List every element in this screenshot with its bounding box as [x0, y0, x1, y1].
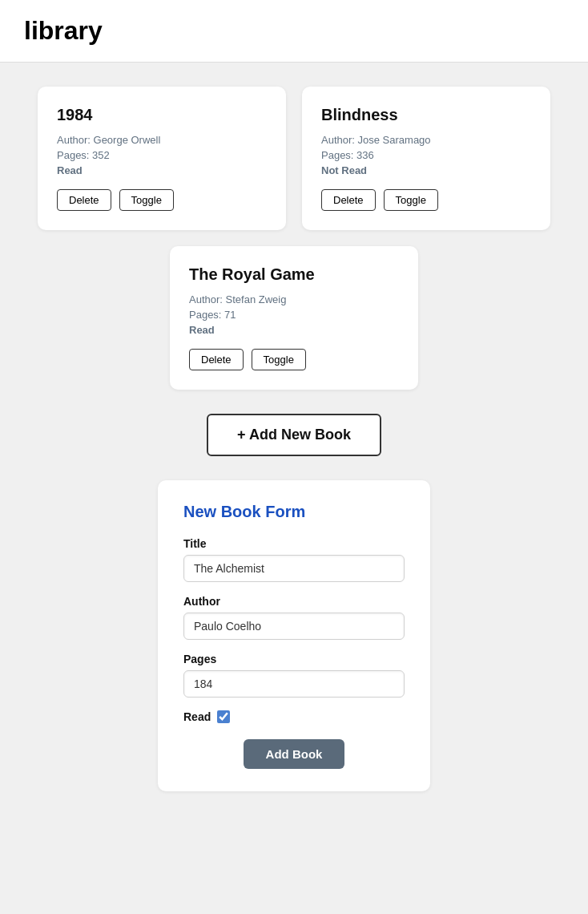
pages-input[interactable]: [183, 670, 405, 698]
card-buttons: Delete Toggle: [189, 349, 399, 370]
read-label: Read: [183, 710, 211, 723]
book-pages: Pages: 352: [57, 149, 267, 161]
books-top-row: 1984 Author: George Orwell Pages: 352 Re…: [32, 87, 556, 230]
book-author: Author: Jose Saramago: [321, 134, 531, 146]
author-input[interactable]: [183, 613, 405, 640]
title-input[interactable]: [183, 555, 405, 582]
card-buttons: Delete Toggle: [57, 189, 267, 211]
delete-button-1984[interactable]: Delete: [57, 189, 111, 211]
title-form-group: Title: [183, 537, 405, 582]
title-label: Title: [183, 537, 405, 550]
pages-form-group: Pages: [183, 653, 405, 698]
delete-button-royal-game[interactable]: Delete: [189, 349, 244, 370]
books-center-row: The Royal Game Author: Stefan Zweig Page…: [32, 246, 556, 390]
book-author: Author: Stefan Zweig: [189, 293, 399, 305]
page-title: library: [24, 16, 564, 46]
toggle-button-1984[interactable]: Toggle: [119, 189, 174, 211]
card-buttons: Delete Toggle: [321, 189, 531, 211]
delete-button-blindness[interactable]: Delete: [321, 189, 376, 211]
book-title: The Royal Game: [189, 265, 399, 284]
add-new-book-button[interactable]: + Add New Book: [207, 414, 381, 456]
book-status: Not Read: [321, 164, 531, 176]
book-card-1984: 1984 Author: George Orwell Pages: 352 Re…: [38, 87, 286, 230]
book-card-royal-game: The Royal Game Author: Stefan Zweig Page…: [170, 246, 418, 390]
add-book-submit-button[interactable]: Add Book: [244, 739, 345, 769]
author-label: Author: [183, 595, 405, 608]
book-status: Read: [189, 324, 399, 336]
author-form-group: Author: [183, 595, 405, 640]
main-content: 1984 Author: George Orwell Pages: 352 Re…: [0, 63, 588, 815]
header: library: [0, 0, 588, 63]
book-pages: Pages: 71: [189, 309, 399, 321]
book-author: Author: George Orwell: [57, 134, 267, 146]
book-title: 1984: [57, 106, 267, 124]
book-status: Read: [57, 164, 267, 176]
form-title: New Book Form: [183, 503, 405, 521]
book-card-blindness: Blindness Author: Jose Saramago Pages: 3…: [302, 87, 550, 230]
read-row: Read: [183, 710, 405, 723]
book-pages: Pages: 336: [321, 149, 531, 161]
read-checkbox[interactable]: [217, 710, 230, 723]
pages-label: Pages: [183, 653, 405, 665]
toggle-button-royal-game[interactable]: Toggle: [252, 349, 306, 370]
new-book-form-card: New Book Form Title Author Pages Read Ad…: [158, 480, 430, 791]
book-title: Blindness: [321, 106, 531, 124]
toggle-button-blindness[interactable]: Toggle: [384, 189, 438, 211]
